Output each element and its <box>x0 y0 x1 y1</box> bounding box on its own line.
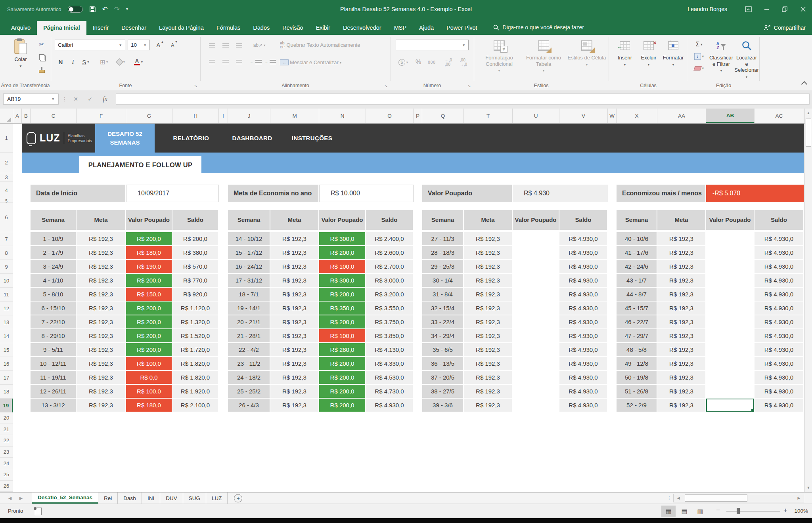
bold-button[interactable]: N <box>56 56 66 67</box>
valor-poupado-cell[interactable] <box>513 232 559 245</box>
vertical-scrollbar[interactable]: ▲ ▼ <box>804 109 812 492</box>
zoom-in-icon[interactable]: + <box>783 506 787 514</box>
meta-cell[interactable]: R$ 192,3 <box>657 274 705 287</box>
saldo-cell[interactable]: R$ 2.700,0 <box>366 260 413 273</box>
clear-button[interactable]: ▾ <box>691 63 707 73</box>
valor-poupado-cell[interactable] <box>513 385 559 398</box>
row-header-1[interactable]: 1 <box>0 124 13 153</box>
row-header-17[interactable]: 17 <box>0 371 13 385</box>
saldo-cell[interactable]: R$ 4.930,0 <box>559 260 607 273</box>
merge-center-button[interactable]: ↔ Mesclar e Centralizar ▾ <box>280 57 341 68</box>
sheet-tab-rel[interactable]: Rel <box>98 492 118 504</box>
underline-button[interactable]: S▾ <box>79 56 92 67</box>
valor-poupado-cell[interactable]: R$ 200,0 <box>126 232 172 245</box>
zoom-out-icon[interactable]: − <box>716 506 720 514</box>
wrap-text-button[interactable]: abc↩ Quebrar Texto Automaticamente <box>280 40 360 50</box>
align-right-icon[interactable] <box>234 57 244 67</box>
saldo-cell[interactable]: R$ 4.930,0 <box>755 357 803 370</box>
week-cell[interactable]: 5 - 8/10 <box>31 288 76 301</box>
meta-cell[interactable]: R$ 192,3 <box>657 288 705 301</box>
valor-poupado-cell[interactable] <box>513 246 559 259</box>
valor-poupado-cell[interactable]: R$ 200,0 <box>126 315 172 328</box>
meta-cell[interactable]: R$ 192,3 <box>464 260 512 273</box>
vertical-scroll-thumb[interactable] <box>806 118 811 147</box>
week-cell[interactable]: 13 - 3/12 <box>31 399 76 412</box>
saldo-cell[interactable]: R$ 770,0 <box>172 274 218 287</box>
saldo-cell[interactable]: R$ 3.850,0 <box>366 329 413 342</box>
meta-cell[interactable]: R$ 192,3 <box>657 343 705 356</box>
saldo-cell[interactable]: R$ 200,0 <box>172 232 218 245</box>
table3-header-valor-poupado[interactable]: Valor Poupado <box>513 210 559 230</box>
saldo-cell[interactable]: R$ 4.930,0 <box>755 274 803 287</box>
saldo-cell[interactable]: R$ 4.930,0 <box>755 260 803 273</box>
valor-poupado-cell[interactable] <box>513 371 559 384</box>
valor-poupado-cell[interactable]: R$ 200,0 <box>319 315 365 328</box>
valor-poupado-cell[interactable]: R$ 200,0 <box>319 385 365 398</box>
week-cell[interactable]: 27 - 11/3 <box>422 232 463 245</box>
autosave-toggle[interactable] <box>68 6 83 13</box>
dialog-launcher-icon[interactable]: ↘ <box>384 84 387 88</box>
row-header-21[interactable]: 21 <box>0 424 13 435</box>
week-cell[interactable]: 32 - 15/4 <box>422 302 463 315</box>
saldo-cell[interactable]: R$ 4.130,0 <box>366 343 413 356</box>
saldo-cell[interactable]: R$ 4.930,0 <box>755 288 803 301</box>
valor-poupado-cell[interactable] <box>706 357 754 370</box>
saldo-cell[interactable]: R$ 4.930,0 <box>559 302 607 315</box>
valor-poupado-cell[interactable] <box>706 260 754 273</box>
meta-cell[interactable]: R$ 192,3 <box>77 260 125 273</box>
meta-cell[interactable]: R$ 192,3 <box>270 232 318 245</box>
meta-cell[interactable]: R$ 192,3 <box>270 260 318 273</box>
column-header-C[interactable]: C <box>31 109 77 123</box>
align-center-icon[interactable] <box>220 57 231 67</box>
meta-cell[interactable]: R$ 192,3 <box>270 343 318 356</box>
week-cell[interactable]: 45 - 15/7 <box>617 302 657 315</box>
paste-button[interactable]: Colar ▼ <box>9 38 33 68</box>
row-header-9[interactable]: 9 <box>0 260 13 274</box>
valor-poupado-cell[interactable] <box>706 371 754 384</box>
table3-header-semana[interactable]: Semana <box>422 210 463 230</box>
scroll-up-icon[interactable]: ▲ <box>805 109 812 117</box>
week-cell[interactable]: 10 - 12/11 <box>31 357 76 370</box>
meta-cell[interactable]: R$ 192,3 <box>270 385 318 398</box>
column-header-A[interactable]: A <box>13 109 22 123</box>
saldo-cell[interactable]: R$ 3.750,0 <box>366 315 413 328</box>
row-header-25[interactable]: 25 <box>0 469 13 481</box>
week-cell[interactable]: 14 - 10/12 <box>228 232 270 245</box>
format-cells-button[interactable]: ↔ Formatar ▾ <box>661 38 685 67</box>
decrease-decimal-icon[interactable]: ,00→,0 <box>457 57 470 67</box>
table4-header-meta[interactable]: Meta <box>657 210 705 230</box>
saldo-cell[interactable]: R$ 4.930,0 <box>559 385 607 398</box>
menu-tab-arquivo[interactable]: Arquivo <box>5 21 37 35</box>
comma-format-icon[interactable]: 000 <box>425 57 439 67</box>
week-cell[interactable]: 22 - 4/2 <box>228 343 270 356</box>
row-header-10[interactable]: 10 <box>0 274 13 288</box>
enter-icon[interactable]: ✓ <box>84 94 96 105</box>
valor-poupado-cell[interactable]: R$ 280,0 <box>319 343 365 356</box>
meta-cell[interactable]: R$ 192,3 <box>464 357 512 370</box>
week-cell[interactable]: 21 - 28/1 <box>228 329 270 342</box>
meta-cell[interactable]: R$ 192,3 <box>77 274 125 287</box>
week-cell[interactable]: 48 - 5/8 <box>617 343 657 356</box>
cell-styles-button[interactable]: Estilos de Célula ▾ <box>567 38 607 67</box>
valor-poupado-cell[interactable] <box>513 302 559 315</box>
cut-button[interactable]: ✂ <box>36 40 47 49</box>
column-header-P[interactable]: P <box>414 109 422 123</box>
week-cell[interactable]: 39 - 3/6 <box>422 399 463 412</box>
week-cell[interactable]: 36 - 13/5 <box>422 357 463 370</box>
menu-tab-desenvolvedor[interactable]: Desenvolvedor <box>337 21 388 35</box>
menu-tab-desenhar[interactable]: Desenhar <box>115 21 153 35</box>
meta-cell[interactable]: R$ 192,3 <box>657 371 705 384</box>
table3-header-saldo[interactable]: Saldo <box>559 210 607 230</box>
valor-poupado-cell[interactable]: R$ 180,0 <box>126 399 172 412</box>
table1-header-semana[interactable]: Semana <box>31 210 76 230</box>
font-size-select[interactable]: 10▼ <box>128 40 150 50</box>
zoom-level[interactable]: 100% <box>794 508 808 514</box>
saldo-cell[interactable]: R$ 1.520,0 <box>172 329 218 342</box>
meta-cell[interactable]: R$ 192,3 <box>657 385 705 398</box>
zoom-slider-track[interactable] <box>726 511 780 512</box>
valor-poupado-cell[interactable]: R$ 200,0 <box>126 274 172 287</box>
saldo-cell[interactable]: R$ 4.930,0 <box>755 329 803 342</box>
saldo-cell[interactable]: R$ 4.930,0 <box>559 329 607 342</box>
meta-cell[interactable]: R$ 192,3 <box>464 274 512 287</box>
saldo-cell[interactable]: R$ 4.930,0 <box>559 288 607 301</box>
